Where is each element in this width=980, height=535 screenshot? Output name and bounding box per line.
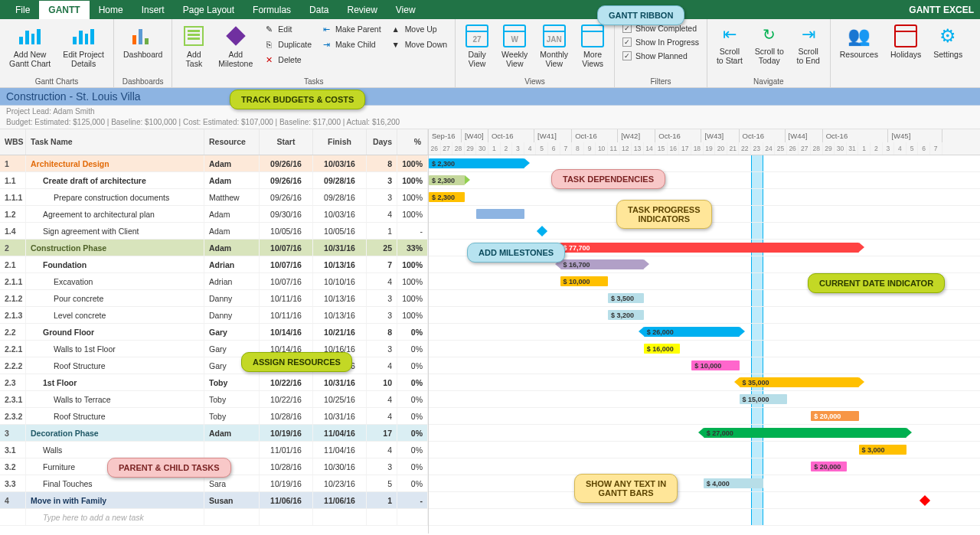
cell-resource[interactable]: Adam: [204, 155, 260, 171]
cell-resource[interactable]: Adam: [204, 425, 260, 441]
cell-resource[interactable]: Adam: [204, 223, 260, 239]
show-planned-checkbox[interactable]: ✓Show Planned: [619, 50, 702, 62]
menu-insert[interactable]: Insert: [132, 1, 174, 19]
task-row[interactable]: 3.1Walls11/01/1611/04/1640%: [0, 442, 428, 458]
cell-finish[interactable]: 10/13/16: [313, 256, 367, 272]
add-new-gantt-button[interactable]: Add NewGantt Chart: [5, 22, 55, 70]
menu-formulas[interactable]: Formulas: [243, 1, 300, 19]
cell-start[interactable]: 10/07/16: [260, 240, 313, 256]
cell-start[interactable]: 10/11/16: [260, 307, 313, 323]
weekly-view-button[interactable]: WWeeklyView: [497, 22, 532, 70]
delete-task-button[interactable]: ✕Delete: [260, 53, 315, 67]
cell-finish[interactable]: 10/23/16: [313, 475, 367, 491]
cell-finish[interactable]: 10/31/16: [313, 240, 367, 256]
show-inprogress-checkbox[interactable]: ✓Show In Progress: [619, 36, 702, 48]
cell-start[interactable]: 10/22/16: [260, 374, 313, 390]
cell-start[interactable]: 11/01/16: [260, 442, 313, 458]
gantt-bar[interactable]: $ 10,000: [560, 276, 608, 286]
menu-data[interactable]: Data: [300, 1, 338, 19]
cell-task[interactable]: Agreement to architectural plan: [26, 206, 204, 222]
cell-resource[interactable]: Adrian: [204, 256, 260, 272]
cell-task[interactable]: Move in with Family: [26, 492, 204, 508]
cell-finish[interactable]: 10/13/16: [313, 290, 367, 306]
menu-view[interactable]: View: [387, 1, 425, 19]
cell-task[interactable]: Sign agreement with Client: [26, 223, 204, 239]
cell-resource[interactable]: Adrian: [204, 273, 260, 289]
gantt-bar[interactable]: $ 20,000: [811, 462, 847, 471]
cell-finish[interactable]: 10/25/16: [313, 391, 367, 407]
gantt-bar[interactable]: $ 16,700: [560, 259, 644, 269]
gantt-bar[interactable]: $ 16,000: [644, 344, 680, 354]
gantt-bar[interactable]: $ 27,000: [704, 428, 906, 438]
cell-resource[interactable]: Gary: [204, 324, 260, 340]
cell-task[interactable]: Decoration Phase: [26, 425, 204, 441]
edit-project-details-button[interactable]: Edit ProjectDetails: [58, 22, 109, 70]
cell-start[interactable]: 10/28/16: [260, 458, 313, 475]
cell-start[interactable]: 09/26/16: [260, 189, 313, 205]
cell-start[interactable]: 09/26/16: [260, 155, 313, 171]
cell-resource[interactable]: Sara: [204, 475, 260, 491]
cell-start[interactable]: 10/28/16: [260, 408, 313, 424]
move-up-button[interactable]: ▲Move Up: [387, 22, 450, 36]
menu-review[interactable]: Review: [338, 1, 386, 19]
cell-task[interactable]: Level concrete: [26, 307, 204, 323]
gantt-bar[interactable]: $ 3,500: [608, 293, 644, 303]
task-row[interactable]: 3.3Final TouchesSara10/19/1610/23/1650%: [0, 475, 428, 492]
gantt-bar[interactable]: $ 26,000: [644, 327, 740, 337]
cell-task[interactable]: Walls to 1st Floor: [26, 341, 204, 357]
cell-finish[interactable]: 10/03/16: [313, 206, 367, 222]
cell-task[interactable]: Walls to Terrace: [26, 391, 204, 407]
col-task[interactable]: Task Name: [26, 129, 204, 155]
cell-resource[interactable]: Danny: [204, 290, 260, 306]
cell-task[interactable]: Roof Structure: [26, 408, 204, 424]
settings-button[interactable]: ⚙Settings: [929, 22, 967, 61]
cell-start[interactable]: 10/05/16: [260, 223, 313, 239]
task-row[interactable]: 2.1.2Pour concreteDanny10/11/1610/13/163…: [0, 290, 428, 307]
milestone-diamond[interactable]: [920, 495, 930, 506]
cell-resource[interactable]: Toby: [204, 391, 260, 407]
cell-start[interactable]: 10/19/16: [260, 475, 313, 491]
col-days[interactable]: Days: [367, 129, 397, 155]
cell-resource[interactable]: Toby: [204, 374, 260, 390]
scroll-to-start-button[interactable]: ⇤Scrollto Start: [712, 22, 747, 67]
task-row[interactable]: 1.1.1Prepare construction documentsMatth…: [0, 189, 428, 206]
cell-finish[interactable]: 09/28/16: [313, 189, 367, 205]
cell-start[interactable]: 10/14/16: [260, 324, 313, 340]
cell-start[interactable]: 11/06/16: [260, 492, 313, 508]
gantt-bar[interactable]: $ 4,000: [704, 478, 763, 488]
cell-finish[interactable]: 09/28/16: [313, 172, 367, 188]
cell-resource[interactable]: [204, 442, 260, 458]
add-task-button[interactable]: AddTask: [177, 22, 211, 70]
gantt-bar[interactable]: $ 2,300: [429, 192, 465, 202]
cell-finish[interactable]: 10/10/16: [313, 273, 367, 289]
task-row[interactable]: Type here to add a new task: [0, 509, 428, 526]
menu-file[interactable]: File: [6, 1, 39, 19]
cell-start[interactable]: [260, 509, 313, 525]
menu-page layout[interactable]: Page Layout: [174, 1, 243, 19]
cell-start[interactable]: 10/19/16: [260, 425, 313, 441]
gantt-bar[interactable]: $ 10,000: [691, 360, 739, 370]
cell-resource[interactable]: [204, 509, 260, 525]
cell-resource[interactable]: Adam: [204, 172, 260, 188]
task-row[interactable]: 2.31st FloorToby10/22/1610/31/16100%: [0, 374, 428, 391]
gantt-bar[interactable]: $ 3,200: [608, 310, 644, 320]
cell-finish[interactable]: 10/31/16: [313, 408, 367, 424]
gantt-bar[interactable]: $ 2,300: [429, 175, 465, 185]
cell-task[interactable]: 1st Floor: [26, 374, 204, 390]
cell-start[interactable]: 10/22/16: [260, 391, 313, 407]
cell-task[interactable]: Pour concrete: [26, 290, 204, 306]
cell-task[interactable]: Excavation: [26, 273, 204, 289]
cell-resource[interactable]: Matthew: [204, 189, 260, 205]
daily-view-button[interactable]: 27DailyView: [460, 22, 494, 70]
menu-gantt[interactable]: GANTT: [39, 1, 89, 19]
cell-start[interactable]: 09/26/16: [260, 172, 313, 188]
cell-task[interactable]: Ground Floor: [26, 324, 204, 340]
make-child-button[interactable]: ⇥Make Child: [318, 38, 384, 51]
cell-task[interactable]: Walls: [26, 442, 204, 458]
more-views-button[interactable]: MoreViews: [576, 22, 609, 70]
cell-finish[interactable]: 10/13/16: [313, 307, 367, 323]
gantt-bar[interactable]: $ 2,300: [429, 158, 524, 168]
cell-finish[interactable]: 10/21/16: [313, 324, 367, 340]
task-row[interactable]: 2.2.1Walls to 1st FloorGary10/14/1610/16…: [0, 341, 428, 357]
cell-task[interactable]: Roof Structure: [26, 357, 204, 374]
